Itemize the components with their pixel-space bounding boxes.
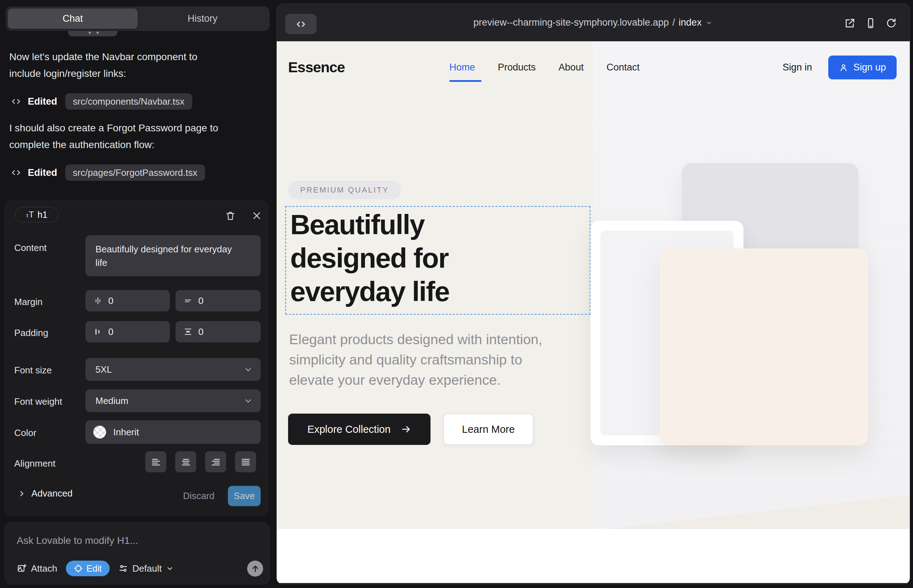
content-label: Content — [14, 242, 47, 254]
sign-up-button[interactable]: Sign up — [828, 55, 897, 79]
margin-vertical-icon — [183, 296, 193, 305]
margin-y-value: 0 — [198, 296, 203, 307]
content-input[interactable]: Beautifully designed for everyday life — [86, 235, 261, 276]
nav-link-home[interactable]: Home — [449, 62, 475, 73]
tab-chat[interactable]: Chat — [8, 8, 138, 29]
code-view-toggle[interactable] — [285, 14, 317, 34]
file-chip[interactable]: src/components/Navbar.tsx — [65, 93, 193, 110]
url-bar[interactable]: preview--charming-site-symphony.lovable.… — [277, 4, 910, 41]
mode-select[interactable]: Default — [118, 563, 174, 574]
margin-y-input[interactable]: 0 — [176, 290, 261, 312]
explore-collection-button[interactable]: Explore Collection — [288, 414, 431, 445]
close-icon — [252, 211, 262, 221]
open-in-new-tab-button[interactable] — [844, 18, 856, 29]
chat-composer[interactable]: Ask Lovable to modify H1... Attach Edit — [5, 522, 270, 585]
browser-actions — [844, 18, 897, 29]
align-center-button[interactable] — [175, 451, 196, 472]
decor-card-cream — [659, 249, 868, 445]
attach-image-icon — [17, 564, 27, 573]
font-weight-label: Font weight — [14, 396, 62, 407]
cta-buttons: Explore Collection Learn More — [288, 414, 533, 445]
color-value: Inherit — [113, 427, 139, 438]
element-tag-pill: тT h1 — [15, 207, 58, 223]
chevron-down-icon — [705, 19, 713, 27]
tab-history[interactable]: History — [138, 8, 268, 29]
chat-sidebar: Chat History Now let's update the Navbar… — [0, 0, 276, 588]
file-chip[interactable]: src/pages/ForgotPassword.tsx — [65, 165, 206, 181]
mode-label: Default — [133, 563, 162, 574]
margin-label: Margin — [14, 297, 42, 307]
nav-link-contact[interactable]: Contact — [606, 62, 639, 73]
mobile-view-button[interactable] — [865, 18, 876, 29]
edit-mode-button[interactable]: Edit — [66, 561, 110, 576]
path-separator: / — [672, 17, 675, 28]
chat-history-tabs: Chat History — [6, 6, 270, 31]
dot-icon — [89, 32, 91, 34]
explore-label: Explore Collection — [307, 423, 391, 435]
learn-more-button[interactable]: Learn More — [444, 414, 533, 445]
color-select[interactable]: Inherit — [86, 420, 261, 444]
sign-in-link[interactable]: Sign in — [783, 62, 812, 73]
site-logo[interactable]: Essence — [288, 56, 345, 78]
sign-up-label: Sign up — [853, 62, 886, 73]
padding-x-input[interactable]: 0 — [86, 321, 170, 342]
discard-button[interactable]: Discard — [183, 488, 214, 504]
message-line: I should also create a Forgot Password p… — [9, 120, 218, 136]
edited-file-row[interactable]: Edited src/pages/ForgotPassword.tsx — [11, 165, 205, 181]
code-icon — [11, 167, 21, 178]
element-selection-outline[interactable] — [285, 206, 590, 315]
align-left-button[interactable] — [145, 451, 166, 472]
refresh-button[interactable] — [885, 18, 897, 29]
color-label: Color — [14, 428, 36, 438]
close-editor-button[interactable] — [251, 210, 263, 222]
assistant-message: Now let's update the Navbar component to… — [9, 48, 197, 82]
attach-button[interactable]: Attach — [17, 563, 57, 574]
nav-link-about[interactable]: About — [559, 62, 584, 73]
preview-host: preview--charming-site-symphony.lovable.… — [474, 17, 669, 28]
element-tag: h1 — [37, 210, 47, 220]
description-line: Elegant products designed with intention… — [289, 329, 542, 349]
smartphone-icon — [865, 18, 876, 29]
attach-label: Attach — [31, 563, 57, 574]
type-icon: тT — [26, 210, 34, 220]
preview-browser: preview--charming-site-symphony.lovable.… — [276, 3, 910, 585]
trash-icon — [225, 210, 236, 221]
font-weight-value: Medium — [96, 396, 128, 407]
margin-horizontal-icon — [93, 296, 102, 305]
delete-element-button[interactable] — [224, 210, 236, 222]
save-button[interactable]: Save — [228, 486, 261, 506]
align-justify-icon — [241, 457, 251, 467]
assistant-message: I should also create a Forgot Password p… — [9, 120, 218, 153]
edited-label: Edited — [28, 96, 57, 107]
padding-y-input[interactable]: 0 — [176, 321, 261, 342]
preview-page: index — [679, 17, 702, 28]
font-weight-select[interactable]: Medium — [86, 389, 261, 412]
align-justify-button[interactable] — [235, 451, 256, 472]
nav-link-products[interactable]: Products — [498, 62, 536, 73]
align-right-button[interactable] — [205, 451, 226, 472]
padding-vertical-icon — [183, 327, 193, 336]
edited-file-row[interactable]: Edited src/components/Navbar.tsx — [11, 93, 192, 110]
advanced-label: Advanced — [31, 488, 73, 499]
padding-y-value: 0 — [198, 326, 203, 338]
message-line: complete the authentication flow: — [9, 136, 218, 153]
message-line: include login/register links: — [9, 65, 197, 82]
margin-x-value: 0 — [108, 296, 113, 307]
content-value: Beautifully designed for everyday life — [96, 242, 238, 270]
edited-label: Edited — [28, 167, 57, 178]
margin-x-input[interactable]: 0 — [86, 290, 170, 312]
align-left-icon — [151, 457, 161, 467]
external-link-icon — [844, 18, 856, 29]
advanced-toggle[interactable]: Advanced — [18, 488, 73, 499]
font-size-select[interactable]: 5XL — [86, 358, 261, 381]
alignment-label: Alignment — [14, 458, 55, 469]
edit-label: Edit — [87, 564, 102, 574]
padding-x-value: 0 — [108, 326, 113, 338]
align-right-icon — [211, 457, 221, 467]
composer-input[interactable]: Ask Lovable to modify H1... — [17, 535, 138, 546]
lovable-app-window: Chat History Now let's update the Navbar… — [0, 0, 913, 588]
chevron-down-icon — [244, 365, 253, 374]
scrolled-badge-partial — [68, 31, 118, 36]
arrow-up-icon — [251, 564, 260, 573]
send-button[interactable] — [247, 561, 263, 577]
